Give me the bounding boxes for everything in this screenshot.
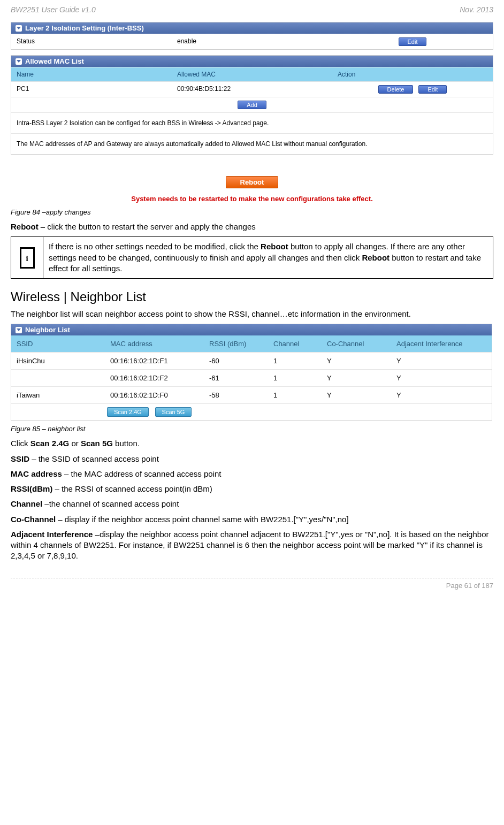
info-icon: i	[11, 237, 43, 279]
reboot-warning: System needs to be restarted to make the…	[11, 195, 493, 203]
def-co-channel: Co-Channel – display if the neighbor acc…	[11, 514, 493, 525]
col-mac-address: MAC address	[105, 335, 204, 352]
col-rssi: RSSI (dBm)	[204, 335, 268, 352]
figure-85-caption: Figure 85 – neighbor list	[11, 425, 493, 433]
reboot-description: Reboot – click the button to restart the…	[11, 221, 493, 232]
col-co-channel: Co-Channel	[322, 335, 391, 352]
page-header: BW2251 User Guide v1.0 Nov. 2013	[11, 5, 493, 14]
collapse-icon[interactable]	[16, 25, 22, 32]
scan-5g-button[interactable]: Scan 5G	[155, 407, 192, 417]
def-ssid: SSID – the SSID of scanned access point	[11, 454, 493, 464]
collapse-icon[interactable]	[16, 58, 22, 65]
def-rssi: RSSI(dBm) – the RSSI of scanned access p…	[11, 484, 493, 494]
edit-button[interactable]: Edit	[418, 85, 447, 94]
table-row: PC1 00:90:4B:D5:11:22 Delete Edit	[11, 81, 493, 97]
neighbor-column-headers: SSID MAC address RSSI (dBm) Channel Co-C…	[11, 335, 492, 352]
layer2-title: Layer 2 Isolation Setting (Inter-BSS)	[25, 24, 144, 32]
table-row: iTaiwan 00:16:16:02:1D:F0 -58 1 Y Y	[11, 386, 492, 403]
scan-2-4g-button[interactable]: Scan 2.4G	[107, 407, 149, 417]
figure-84-caption: Figure 84 –apply changes	[11, 208, 493, 216]
header-right: Nov. 2013	[460, 5, 493, 14]
allowed-mac-list-panel: Allowed MAC List Name Allowed MAC Action…	[11, 55, 493, 155]
click-scan-line: Click Scan 2.4G or Scan 5G button.	[11, 438, 493, 449]
add-button[interactable]: Add	[238, 101, 266, 109]
info-note-text: If there is no other settings needed to …	[43, 237, 493, 279]
col-adjacent-interference: Adjacent Interference	[391, 335, 492, 352]
collapse-icon[interactable]	[16, 327, 22, 333]
col-ssid: SSID	[11, 335, 105, 352]
maclist-note-1: Intra-BSS Layer 2 Isolation can be confi…	[11, 112, 493, 133]
layer2-panel-header: Layer 2 Isolation Setting (Inter-BSS)	[11, 22, 493, 34]
maclist-note-2: The MAC addresses of AP and Gateway are …	[11, 133, 493, 154]
def-mac: MAC address – the MAC address of scanned…	[11, 469, 493, 479]
page-footer: Page 61 of 187	[11, 578, 493, 590]
neighbor-panel-header: Neighbor List	[11, 324, 492, 335]
def-adjacent-interference: Adjacent Interference –display the neigh…	[11, 529, 493, 562]
col-allowed-mac: Allowed MAC	[172, 67, 332, 81]
edit-button[interactable]: Edit	[399, 37, 427, 46]
wireless-intro: The neighbor list will scan neighbor acc…	[11, 309, 493, 319]
table-row: 00:16:16:02:1D:F2 -61 1 Y Y	[11, 369, 492, 386]
mac-name-cell: PC1	[11, 82, 172, 97]
reboot-button[interactable]: Reboot	[226, 176, 279, 188]
maclist-panel-header: Allowed MAC List	[11, 56, 493, 67]
col-name: Name	[11, 67, 172, 81]
status-value: enable	[172, 34, 332, 49]
header-left: BW2251 User Guide v1.0	[11, 5, 96, 14]
wireless-neighbor-heading: Wireless | Neighbor List	[11, 289, 493, 304]
delete-button[interactable]: Delete	[378, 85, 414, 94]
col-action: Action	[332, 67, 493, 81]
neighbor-list-panel: Neighbor List SSID MAC address RSSI (dBm…	[11, 324, 492, 421]
maclist-title: Allowed MAC List	[25, 57, 84, 65]
def-channel: Channel –the channel of scanned access p…	[11, 499, 493, 509]
neighbor-title: Neighbor List	[25, 326, 70, 334]
info-note-table: i If there is no other settings needed t…	[11, 236, 493, 279]
table-row: iHsinChu 00:16:16:02:1D:F1 -60 1 Y Y	[11, 352, 492, 369]
mac-address-cell: 00:90:4B:D5:11:22	[172, 82, 332, 97]
status-label: Status	[11, 34, 172, 49]
col-channel: Channel	[268, 335, 322, 352]
layer2-isolation-panel: Layer 2 Isolation Setting (Inter-BSS) St…	[11, 22, 493, 50]
